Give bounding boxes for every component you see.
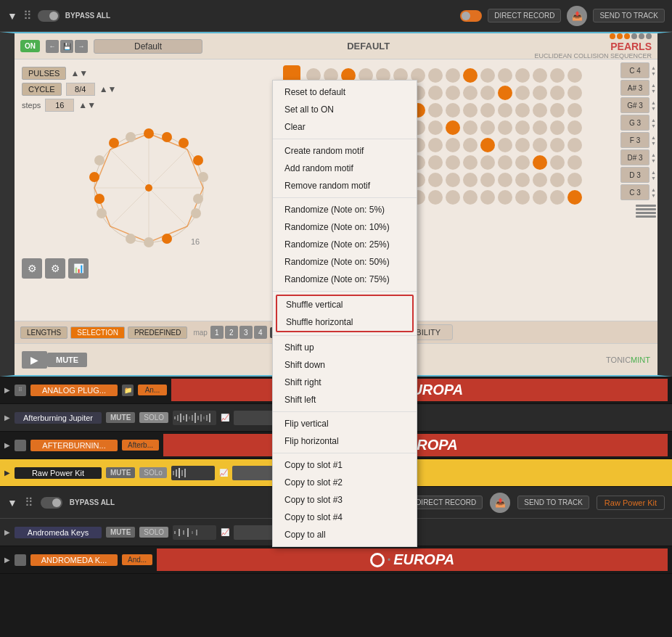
grid-cell[interactable]: [533, 138, 547, 152]
menu-rand5[interactable]: Randomize (Note on: 5%): [273, 201, 417, 218]
note-gs3[interactable]: G# 3: [620, 97, 650, 113]
note-gs3-arrows[interactable]: ▲▼: [651, 100, 656, 111]
pulses-button[interactable]: PULSES: [22, 67, 66, 80]
grid-cell[interactable]: [446, 68, 460, 83]
grid-cell[interactable]: [550, 138, 565, 152]
cycle-arrows-icon[interactable]: ▲▼: [99, 84, 117, 94]
note-c4[interactable]: C 4: [620, 62, 650, 78]
grid-cell[interactable]: [550, 68, 565, 83]
track-analog-play-icon[interactable]: ▶: [4, 386, 10, 394]
grid-cell[interactable]: [515, 138, 530, 152]
grid-cell[interactable]: [533, 155, 547, 170]
menu-shift-right[interactable]: Shift right: [273, 374, 417, 391]
track-rp-fader[interactable]: [232, 466, 276, 480]
menu-copy2[interactable]: Copy to slot #2: [273, 474, 417, 491]
track-ae-play-icon[interactable]: ▶: [4, 441, 10, 449]
toolbar2-grid-icon[interactable]: ⠿: [25, 496, 33, 509]
grid-cell[interactable]: [446, 103, 460, 118]
grid-cell[interactable]: [498, 190, 512, 205]
grid-cell[interactable]: [463, 68, 478, 83]
menu-flip-v[interactable]: Flip vertical: [273, 415, 417, 432]
menu-remove-random[interactable]: Remove random motif: [273, 177, 417, 194]
track-and-chart-icon[interactable]: 📈: [221, 528, 229, 536]
save-btn-3[interactable]: →: [75, 40, 88, 53]
grid-cell[interactable]: [515, 190, 530, 205]
track-ab-solo-button[interactable]: SOLO: [139, 412, 168, 423]
lengths-button[interactable]: LENGTHS: [20, 326, 67, 339]
save-btn-2[interactable]: 💾: [60, 40, 73, 53]
menu-shuffle-h[interactable]: Shuffle horizontal: [277, 313, 412, 331]
grid-cell[interactable]: [515, 155, 530, 170]
track-and-mute-button[interactable]: MUTE: [106, 527, 135, 538]
grid-cell[interactable]: [428, 68, 443, 83]
grid-cell[interactable]: [428, 155, 443, 170]
menu-shift-down[interactable]: Shift down: [273, 356, 417, 374]
note-g3[interactable]: G 3: [620, 115, 650, 131]
view-icon[interactable]: 📊: [68, 258, 89, 279]
note-ds3[interactable]: D# 3: [620, 149, 650, 165]
grid-cell[interactable]: [533, 86, 547, 100]
grid-cell[interactable]: [567, 190, 582, 205]
menu-rand25[interactable]: Randomize (Note on: 25%): [273, 236, 417, 253]
note-d3[interactable]: D 3: [620, 167, 650, 183]
track-analog-grid-icon[interactable]: ⠿: [15, 385, 26, 396]
grid-cell[interactable]: [446, 190, 460, 205]
grid-cell[interactable]: [428, 190, 443, 205]
grid-icon[interactable]: ⠿: [23, 9, 32, 22]
track-rp-play-icon[interactable]: ▶: [4, 469, 10, 477]
grid-cell[interactable]: [463, 86, 478, 100]
toolbar2-direct-record-button[interactable]: DIRECT RECORD: [409, 496, 483, 509]
toolbar2-dropdown-icon[interactable]: ▼: [7, 497, 17, 509]
grid-cell[interactable]: [533, 120, 547, 135]
steps-arrows-icon[interactable]: ▲▼: [78, 100, 96, 110]
track-rp-chart-icon[interactable]: 📈: [219, 469, 228, 477]
track-ak-grid-icon[interactable]: [15, 554, 26, 566]
menu-copy-all[interactable]: Copy to all: [273, 526, 417, 543]
grid-cell[interactable]: [480, 173, 495, 187]
grid-cell[interactable]: [428, 138, 443, 152]
grid-cell[interactable]: [446, 138, 460, 152]
track-ak-play-icon[interactable]: ▶: [4, 556, 10, 564]
grid-cell[interactable]: [515, 120, 530, 135]
grid-cell[interactable]: [480, 103, 495, 118]
direct-record-button[interactable]: DIRECT RECORD: [488, 9, 561, 22]
grid-cell[interactable]: [515, 68, 530, 83]
menu-flip-h[interactable]: Flip horizontal: [273, 432, 417, 450]
grid-cell[interactable]: [498, 155, 512, 170]
grid-cell[interactable]: [463, 120, 478, 135]
grid-cell[interactable]: [446, 173, 460, 187]
grid-cell[interactable]: [515, 173, 530, 187]
send-icon[interactable]: 📤: [567, 6, 587, 26]
track-ae-name[interactable]: AFTERBURNIN...: [30, 440, 118, 451]
track-analog-folder-icon[interactable]: 📁: [122, 385, 134, 396]
track-and-play-icon[interactable]: ▶: [4, 528, 10, 536]
grid-cell[interactable]: [498, 103, 512, 118]
grid-cell[interactable]: [567, 86, 582, 100]
note-as3[interactable]: A# 3: [620, 80, 650, 96]
grid-cell[interactable]: [550, 86, 565, 100]
menu-create-random[interactable]: Create random motif: [273, 142, 417, 160]
pulses-up-icon[interactable]: ▲▼: [70, 68, 88, 78]
on-button[interactable]: ON: [20, 40, 40, 52]
grid-cell[interactable]: [463, 173, 478, 187]
grid-cell[interactable]: [446, 86, 460, 100]
grid-cell[interactable]: [550, 173, 565, 187]
note-g3-arrows[interactable]: ▲▼: [651, 118, 656, 128]
note-c3-arrows[interactable]: ▲▼: [651, 187, 656, 198]
track-analog-name[interactable]: ANALOG PLUG...: [30, 385, 118, 396]
note-d3-arrows[interactable]: ▲▼: [651, 170, 656, 181]
grid-cell[interactable]: [463, 138, 478, 152]
grid-cell[interactable]: [463, 103, 478, 118]
grid-cell[interactable]: [567, 138, 582, 152]
grid-cell[interactable]: [480, 68, 495, 83]
direct-record-toggle[interactable]: [460, 10, 482, 22]
grid-cell[interactable]: [480, 190, 495, 205]
grid-cell[interactable]: [533, 68, 547, 83]
preset-name[interactable]: Default: [94, 39, 202, 54]
grid-cell[interactable]: [480, 86, 495, 100]
menu-rand50[interactable]: Randomize (Note on: 50%): [273, 253, 417, 271]
menu-rand10[interactable]: Randomize (Note on: 10%): [273, 218, 417, 236]
track-ab-play-icon[interactable]: ▶: [4, 414, 10, 422]
steps-value[interactable]: 16: [45, 99, 74, 112]
cycle-value[interactable]: 8/4: [66, 83, 95, 96]
